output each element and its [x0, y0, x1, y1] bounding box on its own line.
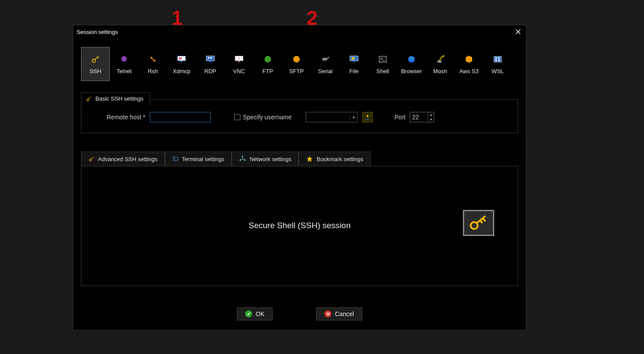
session-type-ftp[interactable]: FTP — [253, 47, 282, 81]
session-type-toolbar: SSH Telnet Rsh Xdmcp RDP — [73, 38, 526, 86]
telnet-icon — [119, 54, 129, 64]
svg-rect-31 — [352, 57, 355, 60]
session-type-wsl[interactable]: WSL — [483, 47, 512, 81]
session-type-label: Telnet — [117, 68, 132, 74]
svg-rect-18 — [208, 57, 210, 59]
tab-label: Advanced SSH settings — [98, 156, 158, 162]
session-type-label: Rsh — [148, 68, 158, 74]
session-type-browser[interactable]: Browser — [397, 47, 426, 81]
session-type-label: Browser — [401, 68, 422, 74]
svg-rect-27 — [322, 57, 327, 61]
username-combo[interactable]: ▾ — [306, 112, 358, 122]
tab-label: Network settings — [250, 156, 291, 162]
tab-terminal[interactable]: Terminal settings — [165, 152, 232, 166]
svg-point-25 — [293, 56, 300, 62]
svg-rect-17 — [209, 61, 212, 62]
key-icon — [86, 96, 92, 102]
session-type-rdp[interactable]: RDP — [196, 47, 225, 81]
panel-description: Secure Shell (SSH) session — [81, 221, 518, 230]
rsh-icon — [148, 54, 158, 64]
titlebar: Session settings — [73, 25, 526, 38]
session-type-label: RDP — [204, 68, 216, 74]
svg-line-59 — [480, 221, 482, 223]
svg-rect-40 — [495, 59, 497, 61]
port-spinner[interactable]: 22 ▲ ▼ — [410, 112, 434, 122]
specify-username-checkbox[interactable]: Specify username — [234, 114, 292, 121]
svg-point-55 — [242, 158, 243, 160]
svg-point-36 — [443, 55, 445, 57]
session-type-serial[interactable]: Serial — [311, 47, 340, 81]
specify-username-label: Specify username — [243, 114, 292, 121]
svg-line-11 — [152, 57, 155, 61]
session-type-file[interactable]: File — [340, 47, 368, 81]
user-icon — [364, 114, 371, 120]
svg-rect-13 — [180, 61, 183, 62]
ok-button[interactable]: ✓ OK — [237, 307, 273, 320]
checkbox-icon — [234, 114, 240, 120]
basic-ssh-settings-tab: Basic SSH settings — [81, 92, 150, 105]
svg-rect-19 — [210, 57, 212, 59]
rdp-icon — [205, 54, 216, 64]
remote-host-label: Remote host * — [107, 114, 145, 121]
svg-rect-38 — [495, 57, 497, 58]
svg-rect-30 — [353, 61, 355, 62]
session-type-shell[interactable]: >_ Shell — [368, 47, 397, 81]
session-type-awss3[interactable]: Aws S3 — [455, 47, 483, 81]
session-type-xdmcp[interactable]: Xdmcp — [167, 47, 196, 81]
browser-icon — [406, 54, 417, 64]
svg-rect-37 — [494, 56, 502, 62]
svg-line-43 — [88, 97, 91, 99]
port-label: Port — [394, 114, 406, 121]
svg-line-28 — [327, 57, 329, 59]
key-icon — [468, 214, 489, 232]
session-type-label: Mosh — [433, 68, 447, 74]
svg-point-52 — [242, 155, 243, 157]
session-type-label: WSL — [492, 68, 504, 74]
settings-tabs: Advanced SSH settings Terminal settings … — [81, 152, 518, 166]
group-title: Basic SSH settings — [95, 95, 144, 102]
session-type-mosh[interactable]: Mosh — [426, 47, 455, 81]
svg-point-23 — [265, 56, 271, 62]
spinner-down[interactable]: ▼ — [428, 117, 434, 122]
tab-bookmark[interactable]: Bookmark settings — [299, 152, 371, 166]
wsl-icon — [492, 54, 503, 64]
svg-rect-12 — [178, 56, 185, 61]
serial-icon — [320, 54, 330, 64]
session-type-sftp[interactable]: SFTP — [282, 47, 311, 81]
button-label: Cancel — [335, 310, 354, 317]
session-type-label: SSH — [90, 68, 101, 74]
dialog-footer: ✓ OK ✕ Cancel — [73, 307, 526, 320]
svg-rect-39 — [498, 57, 500, 58]
settings-panel: Secure Shell (SSH) session — [81, 166, 518, 286]
xdmcp-icon — [176, 54, 187, 64]
svg-text:>_: >_ — [381, 57, 385, 61]
svg-point-6 — [92, 59, 95, 62]
close-button[interactable] — [514, 27, 523, 36]
session-type-telnet[interactable]: Telnet — [110, 47, 138, 81]
manage-credentials-button[interactable] — [362, 112, 373, 122]
spinner-up[interactable]: ▲ — [428, 112, 434, 117]
tab-advanced-ssh[interactable]: Advanced SSH settings — [81, 152, 165, 166]
key-icon — [90, 54, 101, 64]
svg-point-42 — [87, 99, 89, 101]
file-icon — [349, 54, 359, 64]
remote-host-input[interactable] — [150, 112, 211, 122]
port-value: 22 — [410, 112, 428, 122]
vnc-icon: V — [234, 54, 244, 64]
chevron-down-icon: ▾ — [350, 115, 357, 120]
tab-label: Bookmark settings — [317, 156, 363, 162]
session-type-vnc[interactable]: V VNC — [225, 47, 253, 81]
close-icon — [516, 29, 521, 34]
session-type-label: Aws S3 — [459, 68, 479, 74]
svg-line-46 — [91, 157, 93, 159]
svg-line-58 — [483, 219, 486, 221]
session-type-label: VNC — [233, 68, 245, 74]
cancel-button[interactable]: ✕ Cancel — [316, 307, 362, 320]
session-type-ssh[interactable]: SSH — [81, 47, 110, 81]
session-type-label: SFTP — [289, 68, 303, 74]
session-type-label: File — [350, 68, 359, 74]
session-type-label: FTP — [263, 68, 273, 74]
tab-network[interactable]: Network settings — [232, 152, 299, 166]
session-type-rsh[interactable]: Rsh — [138, 47, 167, 81]
button-label: OK — [256, 310, 264, 317]
